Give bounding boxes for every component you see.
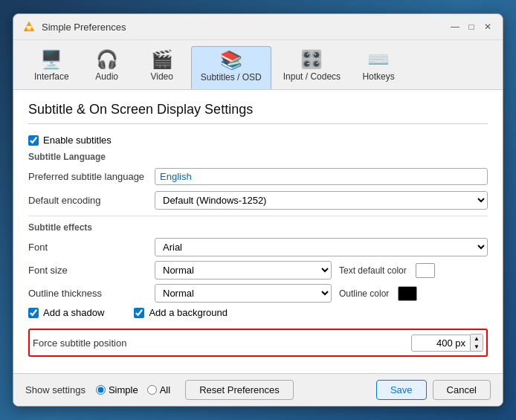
tab-hotkeys-label: Hotkeys [362,71,394,82]
outline-color-label: Outline color [339,288,389,299]
shadow-background-row: Add a shadow Add a background [28,307,488,324]
tab-input-label: Input / Codecs [283,71,341,82]
enable-subtitles-row: Enable subtitles [28,135,488,146]
all-radio-row: All [147,384,170,395]
outline-thickness-label: Outline thickness [28,288,155,299]
simple-radio-label: Simple [109,384,138,395]
spin-arrows: ▲ ▼ [471,334,483,352]
vlc-logo-icon: VLC [22,20,36,33]
subtitle-language-section-label: Subtitle Language [28,152,488,162]
preferred-language-label: Preferred subtitle language [28,171,155,182]
add-background-row: Add a background [134,307,228,318]
outline-color-right: Outline color [339,286,488,301]
add-shadow-label: Add a shadow [43,307,104,318]
font-size-left: Font size Normal Small Large [28,261,332,280]
title-bar-left: VLC Simple Preferences [22,20,126,33]
tab-input[interactable]: 🎛️ Input / Codecs [274,46,349,89]
subtitle-effects-section-label: Subtitle effects [28,222,488,233]
font-select[interactable]: Arial Times New Roman Courier New [155,238,488,256]
font-size-label: Font size [28,265,155,276]
add-background-checkbox[interactable] [134,308,144,318]
default-encoding-label: Default encoding [28,195,155,206]
text-default-color-label: Text default color [339,265,407,276]
save-button[interactable]: Save [376,380,427,400]
force-position-label: Force subtitle position [33,337,159,349]
spinbox-container: ▲ ▼ [159,334,483,352]
tab-video-label: Video [150,71,172,82]
reset-preferences-button[interactable]: Reset Preferences [185,380,294,400]
title-bar: VLC Simple Preferences — □ ✕ [13,14,503,40]
tab-interface-label: Interface [34,71,69,82]
tab-audio-label: Audio [95,71,118,82]
font-value-container: Arial Times New Roman Courier New [155,238,488,256]
show-settings-radio-group: Simple All [96,384,170,395]
force-position-highlight-box: Force subtitle position ▲ ▼ [28,329,488,357]
force-position-spinbox[interactable] [411,335,471,352]
outline-thickness-left: Outline thickness Normal Thin Thick [28,284,332,303]
font-size-select[interactable]: Normal Small Large [155,261,332,280]
force-position-value-container: ▲ ▼ [159,334,483,352]
outline-thickness-select[interactable]: Normal Thin Thick [155,284,332,303]
maximize-button[interactable]: □ [465,21,477,33]
outline-color-swatch[interactable] [398,286,417,301]
preferred-language-input[interactable] [155,168,488,185]
close-button[interactable]: ✕ [482,21,494,33]
video-icon: 🎬 [151,51,173,68]
font-label: Font [28,242,155,253]
tab-audio[interactable]: 🎧 Audio [81,46,133,89]
audio-icon: 🎧 [96,51,118,68]
simple-radio-row: Simple [96,384,138,395]
enable-subtitles-label: Enable subtitles [43,135,112,146]
spin-down-button[interactable]: ▼ [471,343,483,351]
main-window: VLC Simple Preferences — □ ✕ 🖥️ Interfac… [13,13,503,407]
outline-thickness-container: Normal Thin Thick [155,284,332,303]
svg-text:VLC: VLC [26,28,33,31]
preferred-language-value-container [155,168,488,185]
subtitles-icon: 📚 [220,51,242,69]
hotkeys-icon: ⌨️ [367,51,390,68]
settings-content: Subtitle & On Screen Display Settings En… [13,90,503,373]
text-color-right: Text default color [339,263,488,278]
nav-tabs: 🖥️ Interface 🎧 Audio 🎬 Video 📚 Subtitles… [13,40,503,90]
force-position-row: Force subtitle position ▲ ▼ [33,333,483,352]
font-size-row: Font size Normal Small Large Text defaul… [28,261,488,280]
footer-action-buttons: Save Cancel [376,380,491,400]
cancel-button[interactable]: Cancel [433,380,491,400]
title-bar-controls: — □ ✕ [449,21,494,33]
default-encoding-value-container: Default (Windows-1252) UTF-8 UTF-16 ISO-… [155,191,488,210]
tab-interface[interactable]: 🖥️ Interface [25,46,78,89]
all-radio-label: All [160,384,170,395]
spin-up-button[interactable]: ▲ [471,335,483,343]
input-icon: 🎛️ [300,51,323,68]
font-row: Font Arial Times New Roman Courier New [28,237,488,256]
show-settings-label: Show settings [25,384,86,395]
default-encoding-row: Default encoding Default (Windows-1252) … [28,190,488,210]
page-title: Subtitle & On Screen Display Settings [28,102,488,124]
add-background-label: Add a background [149,307,228,318]
add-shadow-checkbox[interactable] [28,308,39,318]
preferred-language-row: Preferred subtitle language [28,167,488,186]
simple-radio[interactable] [96,385,106,395]
tab-video[interactable]: 🎬 Video [136,46,188,89]
outline-thickness-row: Outline thickness Normal Thin Thick Outl… [28,284,488,303]
text-color-swatch[interactable] [416,263,435,278]
tab-hotkeys[interactable]: ⌨️ Hotkeys [352,46,404,89]
font-size-container: Normal Small Large [155,261,332,280]
enable-subtitles-checkbox[interactable] [28,135,39,146]
add-shadow-row: Add a shadow [28,307,104,318]
default-encoding-select[interactable]: Default (Windows-1252) UTF-8 UTF-16 ISO-… [155,191,488,210]
window-title: Simple Preferences [42,22,126,33]
tab-subtitles-label: Subtitles / OSD [201,72,262,83]
interface-icon: 🖥️ [40,51,62,68]
footer: Show settings Simple All Reset Preferenc… [13,373,503,406]
divider-1 [28,216,488,216]
all-radio[interactable] [147,385,157,395]
minimize-button[interactable]: — [449,21,461,33]
tab-subtitles[interactable]: 📚 Subtitles / OSD [191,46,271,89]
